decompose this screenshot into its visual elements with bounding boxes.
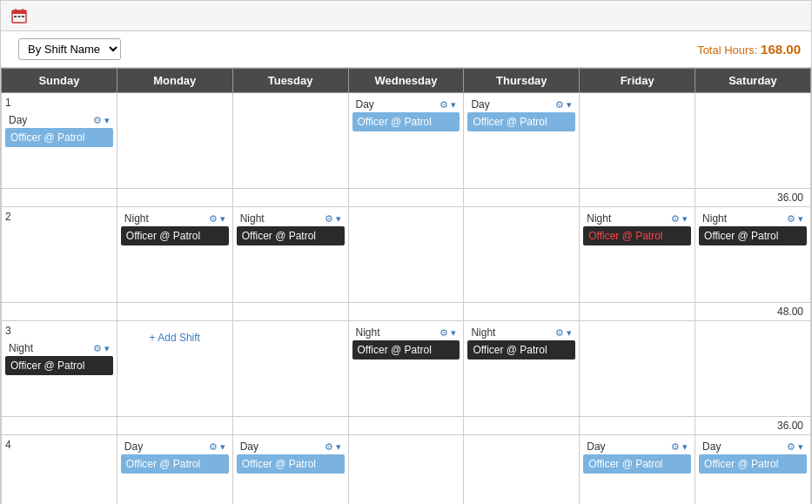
shift-icons: ⚙▾	[555, 99, 572, 111]
hours-spacer	[580, 189, 695, 207]
hours-spacer	[2, 303, 117, 321]
week2-hours-row: 48.00	[2, 303, 811, 321]
header-wednesday: Wednesday	[348, 69, 464, 93]
shift-assignment[interactable]: Officer @ Patrol	[583, 454, 691, 474]
gear-icon[interactable]: ⚙	[787, 441, 795, 453]
week2-day0: 2	[2, 207, 117, 303]
gear-icon[interactable]: ⚙	[671, 213, 680, 225]
gear-icon[interactable]: ⚙	[787, 213, 795, 225]
toolbar: By Shift Name Total Hours: 168.00	[1, 31, 811, 68]
shift-assignment[interactable]: Officer @ Patrol	[5, 128, 113, 147]
shift-icons: ⚙▾	[93, 343, 110, 354]
shift-icons: ⚙▾	[787, 441, 803, 453]
shift-assignment[interactable]: Officer @ Patrol	[583, 226, 691, 245]
shift-name: Day	[471, 98, 489, 111]
shift-assignment[interactable]: Officer @ Patrol	[5, 356, 113, 375]
gear-icon[interactable]: ⚙	[93, 115, 102, 126]
gear-icon[interactable]: ⚙	[440, 99, 448, 111]
dropdown-icon[interactable]: ▾	[567, 327, 572, 339]
dropdown-icon[interactable]: ▾	[336, 213, 341, 225]
hours-spacer	[232, 189, 348, 207]
gear-icon[interactable]: ⚙	[325, 213, 333, 225]
shift-assignment[interactable]: Officer @ Patrol	[699, 226, 807, 245]
shift-icons: ⚙▾	[440, 99, 456, 111]
gear-icon[interactable]: ⚙	[555, 327, 564, 339]
shift-icons: ⚙▾	[440, 327, 456, 339]
dropdown-icon[interactable]: ▾	[451, 327, 456, 339]
shift-assignment[interactable]: Officer @ Patrol	[467, 112, 575, 131]
dropdown-icon[interactable]: ▾	[682, 213, 688, 225]
shift-name: Day	[356, 98, 374, 111]
hours-spacer	[117, 417, 232, 435]
week3-day1: + Add Shift	[117, 321, 232, 417]
hours-spacer	[232, 417, 348, 435]
week4-day6: Day⚙▾Officer @ Patrol	[695, 435, 811, 505]
shift-assignment[interactable]: Officer @ Patrol	[699, 454, 807, 474]
title-bar	[1, 1, 811, 31]
shift-assignment[interactable]: Officer @ Patrol	[121, 226, 229, 245]
shift-assignment[interactable]: Officer @ Patrol	[352, 112, 460, 131]
dropdown-icon[interactable]: ▾	[104, 343, 110, 354]
shift-block: Night⚙▾Officer @ Patrol	[5, 340, 113, 375]
gear-icon[interactable]: ⚙	[440, 327, 448, 339]
gear-icon[interactable]: ⚙	[671, 441, 680, 453]
week2-day6: Night⚙▾Officer @ Patrol	[695, 207, 811, 303]
hours-spacer	[348, 189, 464, 207]
toolbar-left: By Shift Name	[11, 38, 121, 60]
shift-header: Night⚙▾	[121, 211, 229, 226]
shift-assignment[interactable]: Officer @ Patrol	[237, 454, 345, 474]
dropdown-icon[interactable]: ▾	[682, 441, 688, 453]
dropdown-icon[interactable]: ▾	[104, 115, 110, 126]
shift-header: Night⚙▾	[5, 340, 113, 356]
shift-header: Night⚙▾	[467, 325, 575, 340]
dropdown-icon[interactable]: ▾	[336, 441, 341, 453]
week1-day3: Day⚙▾Officer @ Patrol	[348, 93, 464, 189]
shift-block: Day⚙▾Officer @ Patrol	[121, 439, 229, 474]
week2-day3	[348, 207, 464, 303]
dropdown-icon[interactable]: ▾	[567, 99, 572, 111]
week-row-3: 3Night⚙▾Officer @ Patrol+ Add ShiftNight…	[2, 321, 811, 417]
shift-icons: ⚙▾	[209, 213, 225, 225]
week1-day6	[695, 93, 811, 189]
shift-name: Day	[702, 440, 721, 453]
shift-assignment[interactable]: Officer @ Patrol	[237, 226, 345, 245]
shift-name: Night	[471, 326, 495, 339]
day-number: 2	[5, 211, 113, 223]
header-friday: Friday	[580, 69, 695, 93]
shift-block: Day⚙▾Officer @ Patrol	[5, 112, 113, 147]
week2-day5: Night⚙▾Officer @ Patrol	[580, 207, 695, 303]
shift-header: Night⚙▾	[237, 211, 345, 226]
shift-block: Night⚙▾Officer @ Patrol	[467, 325, 575, 360]
shift-assignment[interactable]: Officer @ Patrol	[121, 454, 229, 474]
shift-icons: ⚙▾	[555, 327, 572, 339]
gear-icon[interactable]: ⚙	[555, 99, 564, 111]
hours-spacer	[464, 417, 580, 435]
gear-icon[interactable]: ⚙	[325, 441, 333, 453]
day-number: 1	[5, 97, 113, 109]
dropdown-icon[interactable]: ▾	[451, 99, 456, 111]
svg-rect-6	[22, 16, 24, 17]
shift-header: Day⚙▾	[467, 97, 575, 112]
add-shift-button[interactable]: + Add Shift	[121, 325, 229, 344]
gear-icon[interactable]: ⚙	[93, 343, 102, 354]
shift-assignment[interactable]: Officer @ Patrol	[467, 340, 575, 360]
dropdown-icon[interactable]: ▾	[798, 441, 803, 453]
hours-spacer	[464, 303, 580, 321]
shift-name: Night	[587, 212, 611, 225]
gear-icon[interactable]: ⚙	[209, 213, 218, 225]
shift-assignment[interactable]: Officer @ Patrol	[352, 340, 460, 360]
dropdown-icon[interactable]: ▾	[798, 213, 803, 225]
dropdown-icon[interactable]: ▾	[220, 441, 225, 453]
shift-header: Day⚙▾	[5, 112, 113, 128]
week2-day4	[464, 207, 580, 303]
gear-icon[interactable]: ⚙	[209, 441, 218, 453]
shift-name: Night	[240, 212, 265, 225]
shift-header: Day⚙▾	[121, 439, 229, 454]
color-coding-select[interactable]: By Shift Name	[18, 38, 121, 60]
calendar-icon	[11, 8, 27, 24]
shift-header: Night⚙▾	[699, 211, 807, 226]
shift-name: Day	[240, 440, 258, 453]
week3-day6	[695, 321, 811, 417]
app-container: By Shift Name Total Hours: 168.00 Sunday…	[0, 0, 812, 504]
dropdown-icon[interactable]: ▾	[220, 213, 225, 225]
